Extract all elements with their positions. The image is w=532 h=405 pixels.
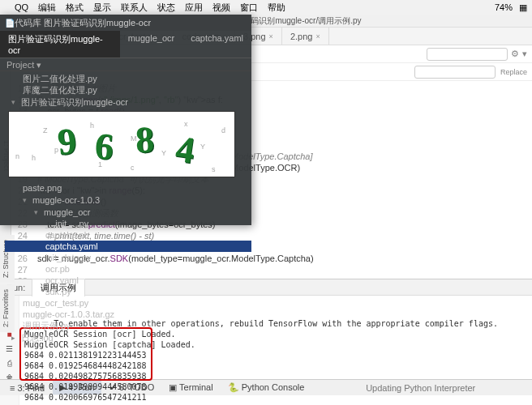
tree-item[interactable]: muggle-ocr-1.0.3.tar.gz [5,309,251,320]
tree-item[interactable]: paste.png [5,182,251,194]
tree-item[interactable]: captcha.pb [5,229,251,241]
tree-item[interactable]: __init__.py [5,218,251,229]
menu-item[interactable]: 状态 [157,2,175,14]
tree-item[interactable]: 日志.log [5,331,251,343]
project-dropdown[interactable]: Project ▾ [0,58,251,71]
popup-tab[interactable]: 图片验证码识别muggle-ocr [0,31,120,58]
menu-item[interactable]: 窗口 [240,2,258,14]
popup-tab[interactable]: captcha.yaml [182,31,251,58]
battery-icon: 74% [495,2,513,12]
popup-title: 📄 代码库 图片验证码识别muggle-ocr [0,15,251,31]
tree-item[interactable]: init_data.py [5,252,251,263]
menu-item[interactable]: 应用 [185,2,203,14]
tree-item[interactable]: muggle_ocr [5,206,251,218]
tree-item[interactable]: captcha.yaml [5,241,251,252]
captcha-image: n h Z p h 1 M c Y x Y s d 9 6 8 4 [8,111,235,177]
layout-icon[interactable]: ☰ [4,343,15,354]
menu-item[interactable]: 帮助 [268,2,285,14]
popup-tab[interactable]: muggle_ocr [120,31,182,58]
editor-tab[interactable]: 2.png× [282,28,329,45]
pin-icon[interactable]: ⎙ [4,357,15,369]
tree-item[interactable]: muggle-ocr-1.0.3 [5,194,251,206]
replace-button[interactable]: Replace [500,68,527,76]
close-icon[interactable]: × [269,32,273,40]
menu-item[interactable]: 编辑 [38,2,56,14]
menu-item[interactable]: 显示 [93,2,111,14]
close-icon[interactable]: × [315,32,320,40]
menu-item[interactable]: 视频 [212,2,230,14]
gear-icon[interactable]: ⚙ [511,49,519,59]
status-icons: ▦ [519,2,527,13]
tree-item[interactable]: ocr.yaml [5,275,251,286]
menu-item[interactable]: 联系人 [121,2,148,14]
tree-item[interactable]: 图片验证码识别muggle-ocr [5,96,251,108]
find-input[interactable] [427,48,508,61]
replace-input[interactable] [414,66,496,79]
tree-item[interactable]: sdk.py [5,286,251,297]
tree-item[interactable]: 调用示例.py [5,320,251,331]
menu-item[interactable]: 格式 [66,2,84,14]
preview-popup: 📄 代码库 图片验证码识别muggle-ocr 图片验证码识别muggle-oc… [0,15,251,225]
chevron-down-icon[interactable]: ▾ [522,49,527,59]
tree-item[interactable]: mug_ocr_test.py [5,297,251,309]
tree-item[interactable]: 库魔二值化处理.py [5,84,251,96]
tree-item[interactable]: ocr.pb [5,263,251,275]
menu-item[interactable]: QQ [15,2,28,12]
tree-item[interactable]: 图片二值化处理.py [5,73,251,84]
mac-menubar: QQ 编辑 格式 显示 联系人 状态 应用 视频 窗口 帮助 74% ▦ [0,0,532,15]
